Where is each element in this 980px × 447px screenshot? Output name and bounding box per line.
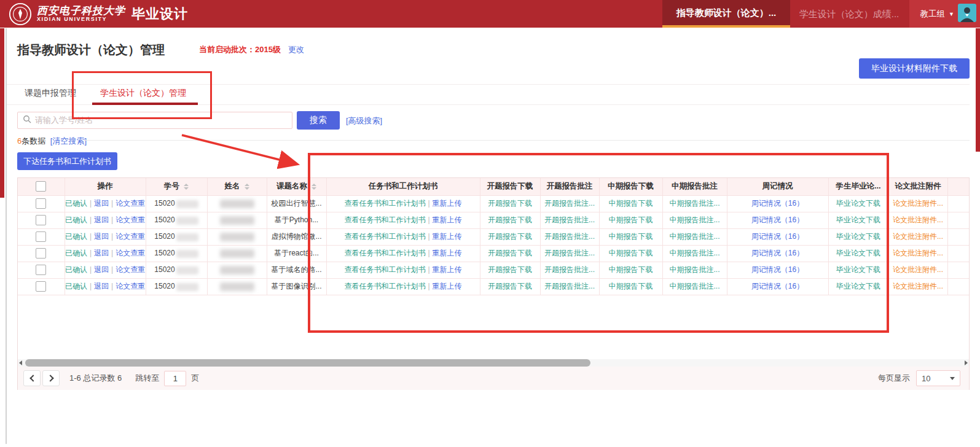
confirmed-link[interactable]: 已确认 [65,232,87,241]
thesis-note-attachment-link[interactable]: 论文批注附件... [893,232,943,241]
tab-topic-apply[interactable]: 课题申报管理 [25,88,76,99]
annotation-box-columns [308,153,889,333]
scroll-right-icon[interactable] [965,360,968,365]
name-cell [207,212,267,228]
name-cell [207,195,267,212]
advanced-search-link[interactable]: [高级搜索] [346,115,382,126]
avatar[interactable] [958,4,976,25]
plagiarism-check-link[interactable]: 论文查重 [116,199,145,208]
redacted-name [220,233,254,241]
student-id-cell: 15020 [146,278,207,295]
return-link[interactable]: 退回 [94,216,109,224]
chevron-down-icon[interactable]: ▼ [949,11,954,17]
university-name-cn: 西安电子科技大学 [37,6,125,17]
action-cell: 已确认|退回|论文查重 [65,195,146,212]
university-name: 西安电子科技大学 XIDIAN UNIVERSITY [37,6,125,22]
right-red-bar [976,28,980,152]
thesis-note-attachment-link[interactable]: 论文批注附件... [893,216,943,224]
page-unit-label: 页 [191,373,199,384]
return-link[interactable]: 退回 [94,199,109,208]
thesis-note-attachment-link[interactable]: 论文批注附件... [893,199,943,208]
prev-page-button[interactable] [23,370,41,386]
plagiarism-check-link[interactable]: 论文查重 [116,282,145,290]
user-area[interactable]: 教工组 ▼ [909,0,980,28]
scrollbar-thumb[interactable] [25,359,590,367]
student-id-cell: 15020 [146,245,207,262]
screen: 西安电子科技大学 XIDIAN UNIVERSITY 毕业设计 指导教师设计（论… [0,0,980,447]
action-cell: 已确认|退回|论文查重 [65,278,146,295]
redacted-student-id [176,250,198,258]
row-checkbox[interactable] [36,265,46,275]
left-rule-line [6,28,7,444]
return-link[interactable]: 退回 [94,265,109,274]
confirmed-link[interactable]: 已确认 [65,282,87,290]
page-number-input[interactable] [164,371,186,386]
plagiarism-check-link[interactable]: 论文查重 [116,216,145,224]
confirmed-link[interactable]: 已确认 [65,249,87,257]
redacted-name [220,216,254,225]
sort-icon[interactable] [184,184,189,190]
search-button[interactable]: 搜索 [297,111,340,130]
student-id-cell: 15020 [146,228,207,245]
return-link[interactable]: 退回 [94,232,109,241]
record-range-label: 1-6 总记录数 6 [69,373,122,384]
student-id-cell: 15020 [146,195,207,212]
plagiarism-check-link[interactable]: 论文查重 [116,265,145,274]
chevron-down-icon [950,377,955,380]
clear-search-link[interactable]: [清空搜索] [50,136,87,146]
redacted-student-id [176,217,198,225]
return-link[interactable]: 退回 [94,249,109,257]
confirmed-link[interactable]: 已确认 [65,265,87,274]
chevron-right-icon [47,375,53,381]
nav-tab-teacher-design[interactable]: 指导教师设计（论文）... [662,0,790,28]
select-all-checkbox[interactable] [36,181,46,192]
plagiarism-check-link[interactable]: 论文查重 [116,249,145,257]
row-checkbox[interactable] [36,231,46,242]
result-count-suffix: 条数据 [22,136,45,146]
return-link[interactable]: 退回 [94,282,109,290]
annotation-box-tab [72,71,212,119]
thesis-note-attachment-link[interactable]: 论文批注附件... [893,265,943,274]
sort-icon[interactable] [245,184,249,190]
scroll-left-icon[interactable] [19,360,22,365]
university-logo-icon [9,2,32,26]
redacted-student-id [176,233,198,241]
row-checkbox[interactable] [36,215,46,225]
jump-to-label: 跳转至 [135,373,159,384]
nav-tab-student-score[interactable]: 学生设计（论文）成绩... [794,0,904,28]
assign-task-book-button[interactable]: 下达任务书和工作计划书 [17,152,117,170]
col-student-id[interactable]: 学号 [146,178,207,195]
per-page-value: 10 [922,374,930,383]
redacted-student-id [176,283,198,291]
confirmed-link[interactable]: 已确认 [65,216,87,224]
thesis-note-attachment-link[interactable]: 论文批注附件... [893,249,943,257]
confirmed-link[interactable]: 已确认 [65,199,87,208]
chevron-left-icon [29,375,36,381]
col-empty [947,178,969,195]
row-checkbox[interactable] [36,248,46,258]
redacted-name [220,249,254,258]
col-name[interactable]: 姓名 [207,178,267,195]
name-cell [207,245,267,262]
attachment-download-button[interactable]: 毕业设计材料附件下载 [859,58,970,79]
plagiarism-check-link[interactable]: 论文查重 [116,232,145,241]
row-checkbox[interactable] [36,281,46,292]
per-page-select[interactable]: 10 [916,370,960,386]
search-icon [23,115,31,126]
per-page-label: 每页显示 [878,373,910,384]
left-red-bar [0,28,4,198]
row-checkbox[interactable] [36,198,46,209]
batch-label: 当前启动批次：2015级 [199,44,281,55]
user-group-label[interactable]: 教工组 [920,9,946,20]
app-title: 毕业设计 [131,5,188,23]
student-id-cell: 15020 [146,212,207,228]
horizontal-scrollbar[interactable] [18,359,969,367]
top-header: 西安电子科技大学 XIDIAN UNIVERSITY 毕业设计 指导教师设计（论… [0,0,980,28]
change-batch-link[interactable]: 更改 [288,44,304,55]
redacted-name [220,282,254,291]
name-cell [207,262,267,278]
next-page-button[interactable] [42,370,60,386]
action-cell: 已确认|退回|论文查重 [65,212,146,228]
thesis-note-attachment-link[interactable]: 论文批注附件... [893,282,943,290]
redacted-student-id [176,200,198,208]
